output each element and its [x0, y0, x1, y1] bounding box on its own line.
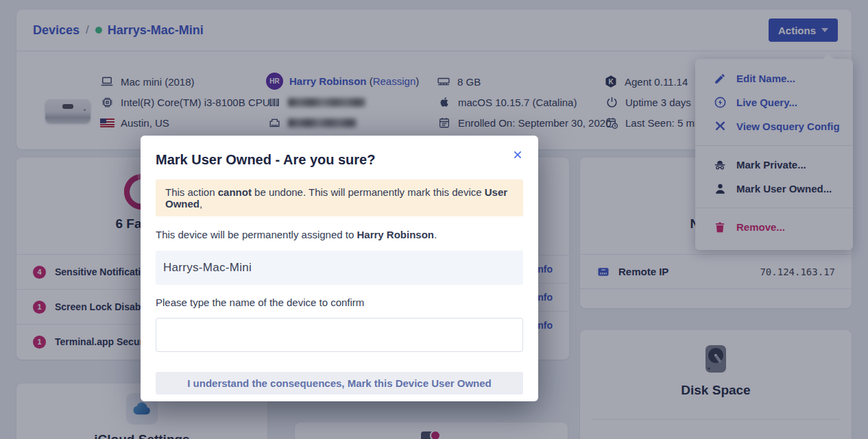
confirm-device-name-input[interactable] [156, 318, 523, 352]
warning-text: , [200, 198, 202, 210]
close-icon[interactable] [509, 147, 526, 163]
warning-banner: This action cannot be undone. This will … [156, 179, 523, 216]
confirm-instruction: Please type the name of the device to co… [156, 297, 523, 308]
assignment-text-part: This device will be permanently assigned… [156, 229, 357, 240]
warning-text: be undone. This will permanently mark th… [252, 186, 485, 198]
device-detail-page: Devices / Harrys-Mac-Mini Actions Mac mi… [0, 0, 868, 439]
assignment-text: This device will be permanently assigned… [156, 229, 523, 240]
device-name-display: Harrys-Mac-Mini [156, 251, 523, 285]
modal-title: Mark User Owned - Are you sure? [156, 152, 523, 168]
confirm-mark-user-owned-button[interactable]: I understand the consequences, Mark this… [156, 372, 523, 394]
assignment-text-part: . [434, 229, 437, 240]
assignment-owner-name: Harry Robinson [357, 229, 434, 240]
mark-user-owned-modal: Mark User Owned - Are you sure? This act… [141, 136, 538, 401]
warning-text-bold: cannot [218, 186, 252, 198]
warning-text: This action [165, 186, 218, 198]
